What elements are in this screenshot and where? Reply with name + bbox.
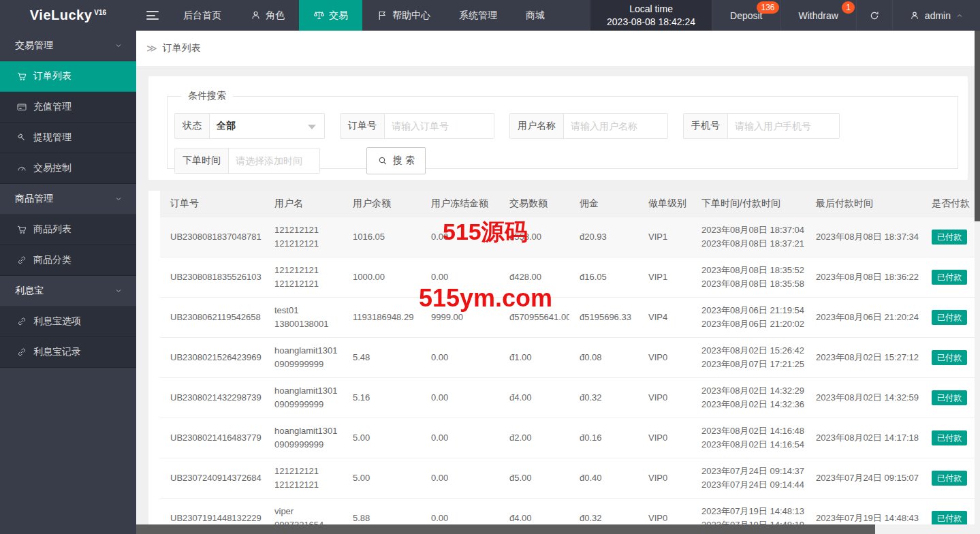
phone-filter-group: 手机号 [683,113,840,139]
vertical-scrollbar[interactable] [975,31,980,524]
cell-amount: đ1.00 [499,337,569,377]
sidebar-group-trade-management[interactable]: 交易管理 [0,31,136,61]
cell-commission: đ16.05 [569,257,638,297]
cell-balance: 1000.00 [343,257,421,297]
horizontal-scrollbar-thumb[interactable] [136,524,875,534]
app-logo-version: V16 [94,9,106,16]
cell-line: 2023年08月08日 18:35:52 [701,264,806,277]
cell-amount: đ570955641.00 [499,297,569,337]
search-fieldset: 条件搜索 状态 全部 订单号 用户名称 手 [167,90,958,169]
search-icon [377,155,388,166]
username-input[interactable] [564,114,667,138]
cell-last-pay-time: 2023年07月24日 09:15:07 [806,458,921,498]
deposit-button[interactable]: Deposit 136 [712,0,780,31]
status-select[interactable]: 全部 [210,114,324,138]
sidebar-item-withdraw-management[interactable]: 提现管理 [0,123,136,153]
nav-item-trade[interactable]: 交易 [299,0,362,31]
refresh-button[interactable] [856,0,892,31]
app-logo: VieLucky V16 [0,0,136,31]
nav-item-label: 交易 [329,10,348,22]
sidebar-group-product-management[interactable]: 商品管理 [0,184,136,215]
order-no-input[interactable] [385,114,494,138]
cell-balance: 1193186948.29 [343,297,421,337]
paid-status-badge: 已付款 [932,430,967,445]
cell-balance: 5.48 [343,337,421,377]
cell-line: test01 [274,304,343,317]
table-row: UB2308021526423969hoanglamit130109099999… [160,337,980,377]
sidebar-group-label: 交易管理 [15,40,53,52]
search-legend: 条件搜索 [181,90,233,102]
cell-username: hoanglamit13010909999999 [264,337,343,377]
sidebar-item-order-list[interactable]: 订单列表 [0,61,136,92]
cell-level: VIP1 [638,257,691,297]
cell-commission: đ0.08 [569,337,638,377]
column-header: 用户冻结金额 [421,191,499,217]
cart-icon [16,71,27,82]
search-row-1: 状态 全部 订单号 用户名称 手机号 [174,113,958,139]
sidebar-item-label: 提现管理 [33,131,72,144]
cell-line: hoanglamit1301 [274,384,343,398]
app-logo-text: VieLucky [30,7,92,23]
nav-item-mall[interactable]: 商城 [511,0,559,31]
cell-status: 已付款 [921,418,980,458]
sidebar-item-trade-control[interactable]: 交易控制 [0,153,136,184]
cell-line: 2023年08月02日 14:16:54 [701,438,806,452]
order-time-input[interactable] [229,148,319,173]
order-table-wrap: 订单号用户名用户余额用户冻结金额交易数额佣金做单级别下单时间/付款时间最后付款时… [148,191,980,534]
paid-status-badge: 已付款 [932,230,967,245]
status-filter-group: 状态 全部 [174,113,325,139]
paid-status-badge: 已付款 [932,511,967,526]
cell-status: 已付款 [921,297,980,337]
phone-input[interactable] [728,114,839,138]
cell-line: 121212121 [274,465,343,478]
scales-icon [313,10,325,21]
nav-item-label: 角色 [266,10,285,22]
nav-item-label: 系统管理 [459,10,497,22]
cell-order-pay-time: 2023年08月02日 14:16:482023年08月02日 14:16:54 [691,418,806,458]
cell-commission: đ0.32 [569,377,638,418]
breadcrumb-current: 订单列表 [163,42,201,54]
cell-username: test0113800138001 [264,297,343,337]
table-row: UB23072409143726841212121211212121215.00… [160,458,980,498]
cell-level: VIP0 [638,377,691,418]
nav-item-help-center[interactable]: 帮助中心 [362,0,445,31]
paid-status-badge: 已付款 [932,471,967,486]
vertical-scrollbar-thumb[interactable] [975,31,980,221]
admin-menu[interactable]: admin [892,0,980,31]
cell-line: 0909999999 [274,398,343,411]
sidebar-group-interest-treasure[interactable]: 利息宝 [0,276,136,307]
sidebar: 交易管理 订单列表 充值管理 提现管理 交易控制 商品管理 商品列表 商品分类 … [0,31,136,534]
cell-line: 121212121 [274,277,343,291]
status-label: 状态 [175,114,210,138]
card-icon [16,101,27,112]
sidebar-item-product-category[interactable]: 商品分类 [0,245,136,276]
sidebar-item-product-list[interactable]: 商品列表 [0,215,136,245]
withdraw-label: Withdraw [799,10,838,21]
cell-line: 121212121 [274,264,343,277]
order-table-body: UB23080818370487811212121211212121211016… [160,217,980,534]
column-header: 下单时间/付款时间 [691,191,806,217]
withdraw-button[interactable]: Withdraw 1 [780,0,856,31]
nav-item-system[interactable]: 系统管理 [445,0,511,31]
nav-item-roles[interactable]: 角色 [236,0,299,31]
cell-amount: đ558.00 [499,217,569,257]
horizontal-scrollbar[interactable] [136,524,980,534]
search-button[interactable]: 搜 索 [366,147,426,174]
cell-frozen: 0.00 [421,377,499,418]
cell-order-no: UB2308081837048781 [160,217,264,257]
sidebar-collapse-button[interactable] [136,0,169,31]
cell-username: 121212121121212121 [264,458,343,498]
search-row-2: 下单时间 搜 索 [174,147,958,174]
cell-commission: đ5195696.33 [569,297,638,337]
cell-line: 0909999999 [274,358,343,371]
nav-item-dashboard[interactable]: 后台首页 [169,0,236,31]
link-icon [16,347,27,358]
top-navbar: VieLucky V16 后台首页 角色 交易 帮助中心 系统管理 商城 Loc… [0,0,980,31]
cell-last-pay-time: 2023年08月02日 14:32:59 [806,377,921,418]
cell-line: 2023年08月08日 18:35:58 [701,277,806,291]
sidebar-item-interest-options[interactable]: 利息宝选项 [0,307,136,337]
nav-item-label: 帮助中心 [392,10,430,22]
sidebar-item-recharge-management[interactable]: 充值管理 [0,92,136,123]
local-time-value: 2023-08-08 18:42:24 [607,16,695,29]
sidebar-item-interest-records[interactable]: 利息宝记录 [0,337,136,368]
